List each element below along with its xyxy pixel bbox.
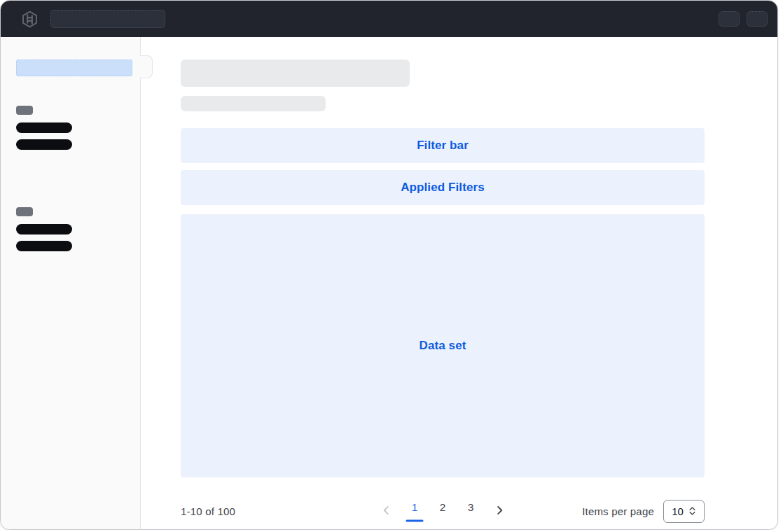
sidebar-selected-item-skeleton[interactable] [16,59,132,76]
sidebar-item-skeleton[interactable] [16,139,72,150]
items-per-page-group: Items per page 10 [582,500,705,523]
chevron-left-icon[interactable] [376,500,396,519]
sidebar [1,37,141,529]
header-search-skeleton[interactable] [50,10,165,28]
applied-filters-zone: Applied Filters [181,170,705,205]
pagination-pages: 1 2 3 [376,496,509,523]
applied-filters-label: Applied Filters [401,181,485,195]
chevron-right-icon[interactable] [490,500,509,519]
header-help-chip-skeleton[interactable] [719,11,740,27]
pagination-bar: 1-10 of 100 1 2 3 [181,494,705,528]
page-button-2[interactable]: 2 [434,496,452,523]
page-button-1[interactable]: 1 [406,496,424,523]
header-actions [719,11,768,27]
sidebar-toggle-button[interactable] [140,55,153,78]
app-header [1,1,777,37]
caret-updown-icon [688,506,696,516]
main-content: Filter bar Applied Filters Data set 1-10… [141,37,777,529]
sidebar-section-label-skeleton [16,106,33,115]
page-button-3[interactable]: 3 [462,496,480,523]
header-user-chip-skeleton[interactable] [747,11,768,27]
items-per-page-select[interactable]: 10 [663,500,705,523]
sidebar-section-label-skeleton [16,207,33,216]
page-number: 2 [440,501,446,513]
pagination-range-text: 1-10 of 100 [181,505,235,517]
items-per-page-value: 10 [672,505,684,517]
filter-bar-zone: Filter bar [181,128,705,163]
page-number: 1 [412,501,418,513]
filter-bar-label: Filter bar [417,139,469,153]
app-window: Filter bar Applied Filters Data set 1-10… [0,0,778,530]
hashicorp-logo [20,10,39,28]
data-set-label: Data set [420,339,466,353]
page-number: 3 [468,501,474,513]
data-set-zone: Data set [181,214,705,477]
sidebar-item-skeleton[interactable] [16,122,72,133]
active-page-underline [406,519,424,522]
items-per-page-label: Items per page [582,505,654,517]
sidebar-item-skeleton[interactable] [16,241,72,251]
sidebar-item-skeleton[interactable] [16,224,72,234]
page-title-skeleton [181,59,410,87]
page-subtitle-skeleton [181,96,326,111]
